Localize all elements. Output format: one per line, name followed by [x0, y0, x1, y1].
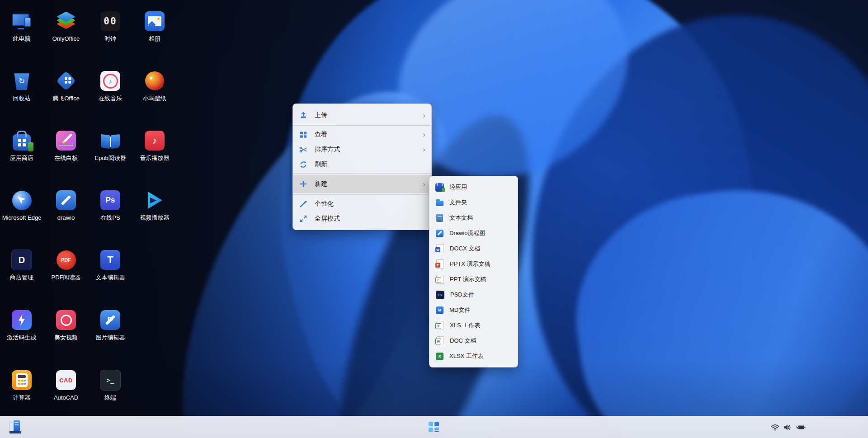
doc-file-icon: W [436, 336, 444, 345]
desktop-icon-clock[interactable]: 00 时钟 [89, 10, 132, 42]
desktop-icon-onlyoffice[interactable]: OnlyOffice [44, 10, 88, 42]
desktop-icon-photo-album[interactable]: 相册 [133, 10, 176, 42]
wifi-icon[interactable] [771, 424, 779, 431]
new-submenu: 轻应用 文件夹 文本文档 Drawio流程图 W DOCX 文档 P PPTX … [429, 176, 518, 367]
desktop-icon-online-whiteboard[interactable]: 在线白板 [44, 129, 88, 162]
desktop-icon-pdf-reader[interactable]: PDF PDF阅读器 [44, 249, 88, 281]
submenu-item-label: 文件夹 [449, 198, 512, 207]
menu-item-label: 排序方式 [315, 146, 423, 154]
icon-label: 在线白板 [54, 155, 78, 162]
desktop-icon-autocad[interactable]: CAD AutoCAD [44, 369, 88, 401]
menu-item-new[interactable]: 新建 › [293, 175, 431, 193]
submenu-item-label: 轻应用 [449, 183, 512, 191]
pptx-file-icon: P [436, 259, 444, 268]
this-pc-icon [12, 11, 32, 31]
volume-icon[interactable] [783, 424, 791, 431]
battery-charging-icon[interactable] [795, 424, 806, 430]
icon-label: 应用商店 [10, 155, 33, 162]
submenu-item-pptx[interactable]: P PPTX 演示文稿 [429, 256, 518, 272]
menu-item-sort-by[interactable]: 排序方式 › [293, 142, 431, 157]
menu-item-view[interactable]: 查看 › [293, 127, 431, 142]
desktop-icon-bird-wallpaper[interactable]: 小鸟壁纸 [133, 70, 176, 102]
menu-item-label: 全屏模式 [315, 215, 425, 223]
icon-label: 激活码生成 [7, 334, 37, 341]
ppt-file-icon: P [436, 275, 444, 284]
desktop-icon-terminal[interactable]: >_ 终端 [89, 369, 132, 401]
onlyoffice-icon [56, 11, 76, 32]
text-editor-icon: T [100, 250, 120, 270]
submenu-item-md[interactable]: M MD文件 [429, 302, 518, 318]
icon-label: Epub阅读器 [94, 155, 126, 162]
submenu-item-label: PPT 演示文稿 [450, 275, 512, 283]
menu-item-label: 个性化 [315, 200, 425, 208]
terminal-icon: >_ [100, 370, 121, 391]
submenu-item-doc[interactable]: W DOC 文档 [429, 333, 518, 349]
submenu-item-xls[interactable]: X XLS 工作表 [429, 318, 518, 333]
music-player-icon: ♪ [145, 131, 165, 151]
menu-separator [293, 125, 431, 126]
epub-reader-icon [100, 135, 120, 149]
menu-item-label: 新建 [315, 180, 423, 188]
desktop-icon-epub-reader[interactable]: Epub阅读器 [89, 129, 132, 162]
desktop-icon-drawio[interactable]: drawio [44, 189, 88, 221]
icon-label: 音乐播放器 [140, 155, 170, 162]
submenu-item-ppt[interactable]: P PPT 演示文稿 [429, 272, 518, 287]
desktop-icon-online-music[interactable]: ♪ 在线音乐 [89, 70, 132, 102]
menu-item-label: 上传 [315, 111, 423, 119]
start-menu-button[interactable] [429, 422, 439, 433]
icon-label: drawio [57, 214, 75, 221]
desktop-icon-this-pc[interactable]: 此电脑 [0, 10, 43, 42]
menu-item-fullscreen[interactable]: 全屏模式 [293, 211, 431, 226]
submenu-item-label: PSD文件 [450, 291, 512, 299]
xlsx-file-icon: X [436, 353, 443, 360]
microsoft-edge-icon [12, 191, 32, 210]
submenu-item-label: 文本文档 [449, 214, 512, 222]
icon-label: 终端 [104, 394, 116, 401]
taskbar-pc-button[interactable] [9, 420, 24, 434]
icon-label: 商店管理 [10, 274, 33, 281]
submenu-item-label: XLS 工作表 [450, 321, 512, 330]
submenu-item-psd[interactable]: Ps PSD文件 [429, 287, 518, 302]
submenu-item-xlsx[interactable]: X XLSX 工作表 [429, 349, 518, 364]
autocad-icon: CAD [56, 370, 76, 390]
drawio-icon [56, 190, 76, 210]
desktop-icon-image-editor[interactable]: P 图片编辑器 [89, 309, 132, 341]
icon-label: 相册 [149, 35, 160, 42]
menu-item-personalize[interactable]: 个性化 [293, 196, 431, 211]
desktop-icon-activation-code[interactable]: 激活码生成 [0, 309, 43, 341]
desktop-icon-video-player[interactable]: 视频播放器 [133, 189, 176, 221]
submenu-item-light-app[interactable]: 轻应用 [429, 179, 518, 195]
desktop-icon-calculator[interactable]: 计算器 [0, 369, 43, 401]
desktop-icon-recycle-bin[interactable]: ↻ 回收站 [0, 70, 43, 102]
online-music-icon: ♪ [100, 71, 120, 91]
submenu-item-drawio[interactable]: Drawio流程图 [429, 226, 518, 241]
icon-label: 在线音乐 [99, 95, 122, 102]
desktop-icon-music-player[interactable]: ♪ 音乐播放器 [133, 129, 176, 162]
chevron-right-icon: › [423, 131, 425, 138]
menu-item-label: 刷新 [315, 160, 425, 169]
desktop-icon-microsoft-edge[interactable]: Microsoft Edge [0, 189, 43, 221]
menu-separator [293, 173, 431, 174]
refresh-icon [299, 160, 308, 169]
submenu-item-docx[interactable]: W DOCX 文档 [429, 241, 518, 256]
desktop-icon-tengfei-office[interactable]: 腾飞Office [44, 70, 88, 102]
desktop-icon-store-manager[interactable]: D 商店管理 [0, 249, 43, 281]
menu-item-upload[interactable]: 上传 › [293, 107, 431, 124]
submenu-item-text-file[interactable]: 文本文档 [429, 210, 518, 226]
desktop-icon-text-editor[interactable]: T 文本编辑器 [89, 249, 132, 281]
icon-label: PDF阅读器 [52, 274, 81, 281]
wallpaper-swirl [490, 0, 868, 438]
submenu-item-label: Drawio流程图 [449, 229, 512, 237]
desktop-icon-app-store[interactable]: 应用商店 [0, 129, 43, 162]
icon-label: 图片编辑器 [96, 334, 125, 341]
submenu-item-folder[interactable]: 文件夹 [429, 195, 518, 210]
video-player-icon [146, 191, 164, 210]
new-plus-icon [299, 179, 308, 188]
desktop-icon-beauty-video[interactable]: 美女视频 [44, 309, 88, 341]
chevron-right-icon: › [423, 146, 425, 153]
icon-label: 小鸟壁纸 [143, 95, 166, 102]
icon-label: AutoCAD [54, 394, 78, 401]
drawio-file-icon [436, 230, 443, 237]
desktop-icon-online-ps[interactable]: Ps 在线PS [89, 189, 132, 221]
menu-item-refresh[interactable]: 刷新 [293, 157, 431, 172]
